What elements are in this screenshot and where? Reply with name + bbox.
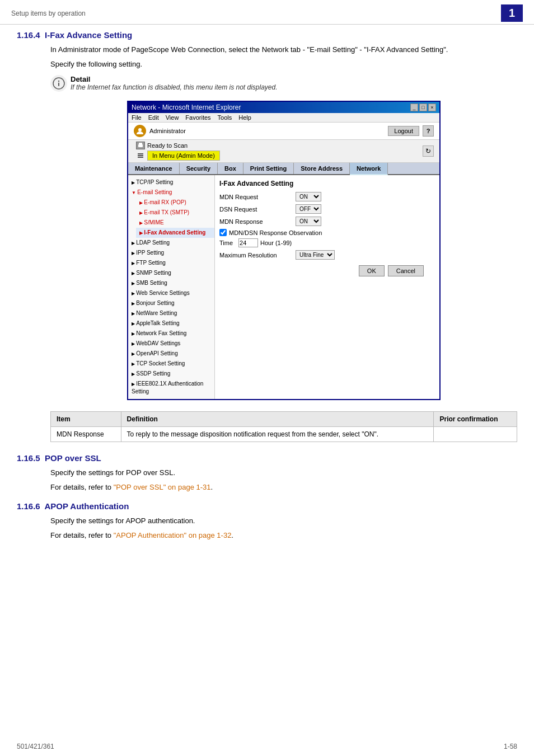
table-header-prior-confirmation: Prior confirmation xyxy=(434,412,517,427)
ie-minimize-btn[interactable]: _ xyxy=(410,104,418,111)
ie-nav-tabs: Maintenance Security Box Print Setting S… xyxy=(128,163,439,175)
sidebar-item-ldap[interactable]: LDAP Setting xyxy=(128,238,214,248)
menu-icon xyxy=(136,152,145,159)
ie-checkbox-observation-row: MDN/DSN Response Observation xyxy=(219,229,435,236)
sidebar-item-tcpip[interactable]: TCP/IP Setting xyxy=(128,177,214,187)
ie-form-mdn-request: MDN Request ON OFF xyxy=(219,192,435,201)
ie-menu-tools[interactable]: Tools xyxy=(218,114,232,121)
section-1166-link[interactable]: "APOP Authentication" on page 1-32 xyxy=(114,531,232,539)
ie-tab-print-setting[interactable]: Print Setting xyxy=(243,163,294,174)
table-cell-item: MDN Response xyxy=(51,427,121,442)
logout-button[interactable]: Logout xyxy=(388,126,419,136)
sidebar-item-openapi[interactable]: OpenAPI Setting xyxy=(128,349,214,359)
page-header: Setup items by operation 1 xyxy=(0,0,534,25)
sidebar-item-ieee8021x[interactable]: IEEE802.1X Authentication Setting xyxy=(128,379,214,397)
ie-select-mdn-response[interactable]: ON OFF xyxy=(296,217,321,226)
section-1165-body: Specify the settings for POP over SSL. F… xyxy=(17,467,517,492)
svg-rect-7 xyxy=(138,155,143,156)
ie-label-mdn-response: MDN Response xyxy=(219,218,292,225)
ie-select-dsn-request[interactable]: OFF ON xyxy=(296,204,321,214)
section-1164-intro2: Specify the following setting. xyxy=(50,59,517,70)
printer-icon xyxy=(136,142,145,149)
ie-tab-network[interactable]: Network xyxy=(350,163,388,175)
ie-time-label: Time xyxy=(219,240,233,246)
ie-select-mdn-request[interactable]: ON OFF xyxy=(296,192,321,201)
section-1165-link[interactable]: "POP over SSL" on page 1-31 xyxy=(114,483,211,491)
ie-menu-favorites[interactable]: Favorites xyxy=(185,114,210,121)
svg-rect-4 xyxy=(138,144,143,147)
admin-icon xyxy=(134,125,146,137)
ie-menu-edit[interactable]: Edit xyxy=(148,114,159,121)
sidebar-item-bonjour[interactable]: Bonjour Setting xyxy=(128,298,214,308)
detail-content: Detail If the Internet fax function is d… xyxy=(71,75,278,91)
ie-time-unit: Hour (1-99) xyxy=(260,240,292,246)
ie-main: TCP/IP Setting E-mail Setting E-mail RX … xyxy=(128,175,439,399)
detail-italic: If the Internet fax function is disabled… xyxy=(71,83,278,91)
ie-tab-maintenance[interactable]: Maintenance xyxy=(128,163,180,174)
section-1164-body: In Administrator mode of PageScope Web C… xyxy=(17,44,517,442)
sidebar-item-smime[interactable]: S/MIME xyxy=(136,218,214,228)
section-1166-link-prefix: For details, refer to xyxy=(50,531,114,539)
sidebar-item-email[interactable]: E-mail Setting xyxy=(128,187,214,198)
page-number-badge: 1 xyxy=(501,4,523,22)
section-1166: 1.16.6 APOP Authentication Specify the s… xyxy=(17,501,517,541)
sidebar-item-appletalk[interactable]: AppleTalk Setting xyxy=(128,318,214,328)
section-1165-title: POP over SSL xyxy=(45,453,101,463)
sidebar-item-ssdp[interactable]: SSDP Setting xyxy=(128,369,214,379)
help-button[interactable]: ? xyxy=(423,125,434,137)
ie-ok-button[interactable]: OK xyxy=(359,265,385,276)
section-1166-number: 1.16.6 xyxy=(17,501,40,511)
ie-menu-help[interactable]: Help xyxy=(238,114,251,121)
sidebar-item-snmp[interactable]: SNMP Setting xyxy=(128,268,214,278)
section-1165-link-line: For details, refer to "POP over SSL" on … xyxy=(50,482,517,493)
section-1165-body-text: Specify the settings for POP over SSL. xyxy=(50,467,517,478)
section-1165-heading: 1.16.5 POP over SSL xyxy=(17,453,517,463)
section-1164-heading: 1.16.4 I-Fax Advance Setting xyxy=(17,30,517,40)
section-1166-body: Specify the settings for APOP authentica… xyxy=(17,515,517,541)
ie-admin-bar: Administrator Logout ? xyxy=(128,123,439,140)
ie-form-mdn-response: MDN Response ON OFF xyxy=(219,217,435,226)
ie-window: Network - Microsoft Internet Explorer _ … xyxy=(127,101,441,400)
sidebar-item-smb[interactable]: SMB Setting xyxy=(128,278,214,288)
section-1164-title: I-Fax Advance Setting xyxy=(45,30,132,40)
sidebar-item-webdav[interactable]: WebDAV Settings xyxy=(128,339,214,349)
ie-menu-view[interactable]: View xyxy=(166,114,179,121)
ie-content-title: I-Fax Advanced Setting xyxy=(219,180,435,187)
sidebar-item-ftp[interactable]: FTP Setting xyxy=(128,258,214,268)
ie-menu-file[interactable]: File xyxy=(132,114,142,121)
sidebar-item-webservice[interactable]: Web Service Settings xyxy=(128,288,214,298)
ie-form-dsn-request: DSN Request OFF ON xyxy=(219,204,435,214)
ie-label-mdn-request: MDN Request xyxy=(219,194,292,200)
ie-label-max-resolution: Maximum Resolution xyxy=(219,252,292,259)
ie-tab-box[interactable]: Box xyxy=(218,163,243,174)
page-footer: 501/421/361 1-58 xyxy=(17,743,517,750)
table-header-item: Item xyxy=(51,412,121,427)
sidebar-item-networkfax[interactable]: Network Fax Setting xyxy=(128,328,214,339)
ie-refresh-icon[interactable]: ↻ xyxy=(423,145,434,157)
ie-form-max-resolution: Maximum Resolution Ultra Fine Fine Stand… xyxy=(219,250,435,260)
footer-model: 501/421/361 xyxy=(17,743,54,750)
ie-time-input[interactable] xyxy=(238,238,258,247)
ie-select-max-resolution[interactable]: Ultra Fine Fine Standard xyxy=(296,250,335,260)
section-1165-link-suffix: . xyxy=(211,483,213,491)
status-menu: In Menu (Admin Mode) xyxy=(147,151,220,161)
ie-close-btn[interactable]: × xyxy=(428,104,436,111)
section-1164-intro1: In Administrator mode of PageScope Web C… xyxy=(50,44,517,55)
sidebar-item-email-rx[interactable]: E-mail RX (POP) xyxy=(136,198,214,208)
ie-checkbox-observation[interactable] xyxy=(219,229,227,236)
sidebar-sub-email: E-mail RX (POP) E-mail TX (SMTP) S/MIME … xyxy=(128,198,214,238)
sidebar-item-email-tx[interactable]: E-mail TX (SMTP) xyxy=(136,208,214,218)
sidebar-item-ipp[interactable]: IPP Setting xyxy=(128,248,214,258)
sidebar-item-ifax[interactable]: I-Fax Advanced Setting xyxy=(136,228,214,238)
section-1164-number: 1.16.4 xyxy=(17,30,40,40)
footer-page: 1-58 xyxy=(504,743,517,750)
ie-tab-security[interactable]: Security xyxy=(180,163,218,174)
ie-maximize-btn[interactable]: □ xyxy=(419,104,427,111)
detail-icon xyxy=(50,75,67,92)
sidebar-item-tcpsocket[interactable]: TCP Socket Setting xyxy=(128,359,214,369)
ie-cancel-button[interactable]: Cancel xyxy=(388,265,424,276)
ie-tab-store-address[interactable]: Store Address xyxy=(294,163,350,174)
sidebar-item-netware[interactable]: NetWare Setting xyxy=(128,308,214,318)
svg-rect-2 xyxy=(58,83,59,87)
ie-titlebar-buttons: _ □ × xyxy=(410,104,436,111)
